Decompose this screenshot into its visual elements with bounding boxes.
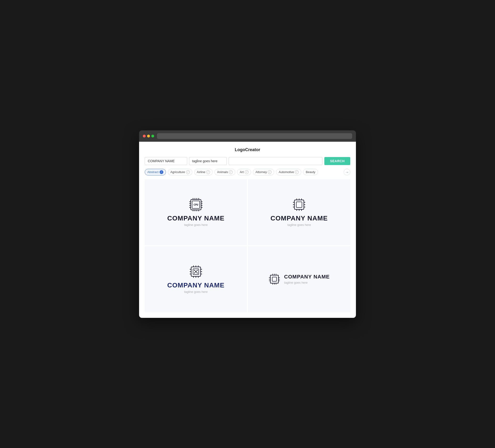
airline-check-icon: ✓ xyxy=(206,170,210,174)
square-chip-icon xyxy=(268,273,280,285)
svg-rect-19 xyxy=(294,200,304,209)
browser-chrome xyxy=(139,130,356,142)
abstract-label: Abstract xyxy=(147,170,159,174)
agriculture-check-icon: ✓ xyxy=(186,170,190,174)
logo-3-company: COMPANY NAME xyxy=(167,281,225,289)
art-check-icon: ✓ xyxy=(245,170,248,174)
browser-content: LogoCreator SEARCH Abstract ✓ Agricultur… xyxy=(139,142,356,318)
search-button[interactable]: SEARCH xyxy=(324,157,350,165)
logo-4-company: COMPANY NAME xyxy=(284,274,330,280)
search-bar: SEARCH xyxy=(145,157,350,165)
logo-grid: CPU COMPANY NAME tagline goes here xyxy=(145,179,350,312)
category-chip-agriculture[interactable]: Agriculture ✓ xyxy=(168,169,192,175)
svg-line-43 xyxy=(196,272,197,273)
category-bar: Abstract ✓ Agriculture ✓ Airline ✓ Anima… xyxy=(145,169,350,175)
svg-rect-57 xyxy=(272,277,276,281)
traffic-lights xyxy=(143,135,154,138)
app-title: LogoCreator xyxy=(145,147,350,152)
logo-card-2[interactable]: COMPANY NAME tagline goes here xyxy=(248,179,350,245)
automotive-check-icon: ✓ xyxy=(295,170,299,174)
beauty-label: Beauty xyxy=(306,170,315,174)
logo-2-company: COMPANY NAME xyxy=(271,215,328,222)
logo-1-company: COMPANY NAME xyxy=(167,215,225,222)
logo-4-text: COMPANY NAME tagline goes here xyxy=(284,274,330,284)
minimize-button[interactable] xyxy=(147,135,150,138)
maximize-button[interactable] xyxy=(151,135,154,138)
company-name-input[interactable] xyxy=(145,157,187,165)
logo-card-4[interactable]: COMPANY NAME tagline goes here xyxy=(248,246,350,312)
category-chip-abstract[interactable]: Abstract ✓ xyxy=(145,169,166,175)
agriculture-label: Agriculture xyxy=(170,170,185,174)
svg-rect-56 xyxy=(270,275,278,283)
category-chip-beauty[interactable]: Beauty xyxy=(303,169,318,175)
category-chip-art[interactable]: Art ✓ xyxy=(237,169,251,175)
art-label: Art xyxy=(240,170,244,174)
animals-label: Animals xyxy=(217,170,228,174)
category-chip-airline[interactable]: Airline ✓ xyxy=(194,169,213,175)
cpu-text-icon: CPU xyxy=(189,197,203,212)
category-chip-automotive[interactable]: Automotive ✓ xyxy=(276,169,301,175)
browser-window: LogoCreator SEARCH Abstract ✓ Agricultur… xyxy=(139,130,356,318)
airline-label: Airline xyxy=(197,170,205,174)
tagline-input[interactable] xyxy=(189,157,227,165)
svg-line-42 xyxy=(194,272,196,273)
automotive-label: Automotive xyxy=(279,170,294,174)
logo-4-tagline: tagline goes here xyxy=(284,281,330,284)
abstract-check-icon: ✓ xyxy=(160,170,163,174)
category-chip-attorney[interactable]: Attorney ✓ xyxy=(253,169,274,175)
attorney-label: Attorney xyxy=(256,170,267,174)
circuit-chip-icon xyxy=(189,265,203,279)
logo-1-tagline: tagline goes here xyxy=(184,223,208,227)
animals-check-icon: ✓ xyxy=(229,170,233,174)
category-chip-animals[interactable]: Animals ✓ xyxy=(215,169,235,175)
logo-3-tagline: tagline goes here xyxy=(184,290,208,294)
logo-card-1[interactable]: CPU COMPANY NAME tagline goes here xyxy=(145,179,247,245)
logo-2-tagline: tagline goes here xyxy=(287,223,311,227)
attorney-check-icon: ✓ xyxy=(268,170,272,174)
categories-next-button[interactable]: → xyxy=(344,169,350,175)
svg-line-40 xyxy=(194,270,196,272)
close-button[interactable] xyxy=(143,135,146,138)
logo-card-3[interactable]: COMPANY NAME tagline goes here xyxy=(145,246,247,312)
keyword-input[interactable] xyxy=(229,157,322,165)
svg-text:CPU: CPU xyxy=(193,203,198,206)
address-bar[interactable] xyxy=(157,133,352,139)
svg-rect-20 xyxy=(296,202,302,208)
svg-line-41 xyxy=(196,270,197,272)
chip-outline-icon xyxy=(292,197,306,212)
